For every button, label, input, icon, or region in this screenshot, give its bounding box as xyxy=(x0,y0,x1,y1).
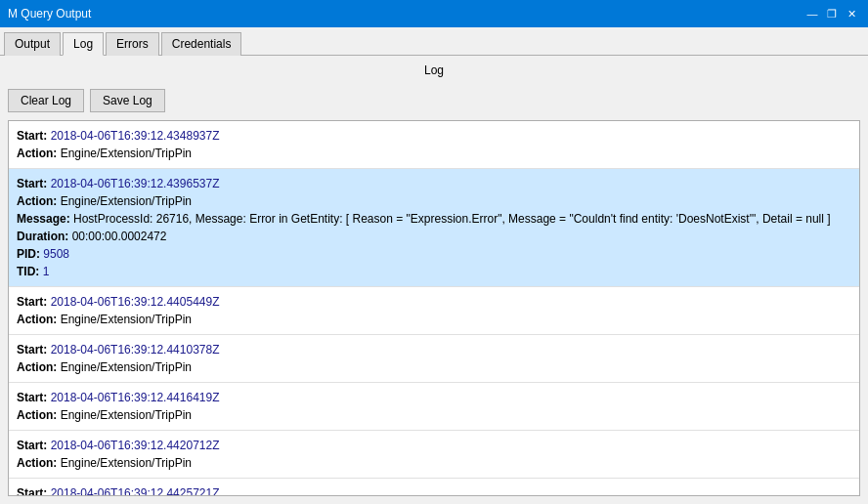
log-field: Action: Engine/Extension/TripPin xyxy=(17,145,851,162)
restore-button[interactable]: ❐ xyxy=(823,6,841,21)
log-field-label: Start: xyxy=(17,343,51,357)
log-field-value: Engine/Extension/TripPin xyxy=(61,408,192,422)
log-field-value: HostProcessId: 26716, Message: Error in … xyxy=(73,212,831,226)
log-field-label: Action: xyxy=(17,408,61,422)
log-entry[interactable]: Start: 2018-04-06T16:39:12.4396537ZActio… xyxy=(9,169,859,287)
log-field-label: Action: xyxy=(17,147,61,160)
log-entry[interactable]: Start: 2018-04-06T16:39:12.4348937ZActio… xyxy=(9,121,859,169)
log-entry[interactable]: Start: 2018-04-06T16:39:12.4420712ZActio… xyxy=(9,431,859,479)
log-field-label: Start: xyxy=(17,129,51,143)
log-field-label: TID: xyxy=(17,265,43,278)
window-controls: — ❐ ✕ xyxy=(803,6,860,21)
window-body: OutputLogErrorsCredentials Log Clear Log… xyxy=(0,27,868,504)
log-field: TID: 1 xyxy=(17,263,851,280)
log-field: Message: HostProcessId: 26716, Message: … xyxy=(17,210,851,228)
log-field: Action: Engine/Extension/TripPin xyxy=(17,192,851,210)
log-field-value: Engine/Extension/TripPin xyxy=(61,360,192,374)
tab-errors[interactable]: Errors xyxy=(106,32,159,56)
log-field: Start: 2018-04-06T16:39:12.4348937Z xyxy=(17,127,851,145)
log-field-value: Engine/Extension/TripPin xyxy=(61,194,192,208)
log-field-label: Message: xyxy=(17,212,73,226)
log-field: Start: 2018-04-06T16:39:12.4405449Z xyxy=(17,293,851,311)
log-field: Action: Engine/Extension/TripPin xyxy=(17,311,851,328)
log-section-title: Log xyxy=(0,56,868,85)
log-field-label: Start: xyxy=(17,295,51,309)
log-field-label: Action: xyxy=(17,313,61,326)
window-title: M Query Output xyxy=(8,7,91,21)
log-field: Action: Engine/Extension/TripPin xyxy=(17,358,851,376)
log-field: Start: 2018-04-06T16:39:12.4420712Z xyxy=(17,437,851,454)
log-field-label: Start: xyxy=(17,439,51,452)
log-field-value: 9508 xyxy=(43,247,69,261)
log-entry[interactable]: Start: 2018-04-06T16:39:12.4416419ZActio… xyxy=(9,383,859,431)
log-entry[interactable]: Start: 2018-04-06T16:39:12.4410378ZActio… xyxy=(9,335,859,383)
log-field: Start: 2018-04-06T16:39:12.4425721Z xyxy=(17,484,851,496)
title-bar: M Query Output — ❐ ✕ xyxy=(0,0,868,27)
tab-credentials[interactable]: Credentials xyxy=(161,32,242,56)
log-field-value: Engine/Extension/TripPin xyxy=(61,313,192,326)
clear-log-button[interactable]: Clear Log xyxy=(8,89,84,112)
log-field: Action: Engine/Extension/TripPin xyxy=(17,454,851,472)
log-entry[interactable]: Start: 2018-04-06T16:39:12.4425721ZActio… xyxy=(9,479,859,496)
log-field-value: 2018-04-06T16:39:12.4420712Z xyxy=(51,439,220,452)
log-field-label: Start: xyxy=(17,486,51,496)
tab-log[interactable]: Log xyxy=(63,32,104,56)
log-container[interactable]: Start: 2018-04-06T16:39:12.4348937ZActio… xyxy=(8,120,860,496)
log-field-value: Engine/Extension/TripPin xyxy=(61,456,192,470)
log-field: PID: 9508 xyxy=(17,245,851,263)
save-log-button[interactable]: Save Log xyxy=(90,89,165,112)
log-entry[interactable]: Start: 2018-04-06T16:39:12.4405449ZActio… xyxy=(9,287,859,335)
log-field-value: 2018-04-06T16:39:12.4405449Z xyxy=(51,295,220,309)
log-field: Start: 2018-04-06T16:39:12.4416419Z xyxy=(17,389,851,406)
log-field-label: Action: xyxy=(17,456,61,470)
tab-output[interactable]: Output xyxy=(4,32,61,56)
log-field-label: Action: xyxy=(17,360,61,374)
toolbar: Clear Log Save Log xyxy=(0,85,868,120)
log-field-label: Duration: xyxy=(17,230,72,243)
log-field-label: PID: xyxy=(17,247,43,261)
log-field-value: Engine/Extension/TripPin xyxy=(61,147,192,160)
log-field-value: 2018-04-06T16:39:12.4410378Z xyxy=(51,343,220,357)
log-field-value: 2018-04-06T16:39:12.4396537Z xyxy=(51,177,220,190)
log-field: Duration: 00:00:00.0002472 xyxy=(17,228,851,245)
close-button[interactable]: ✕ xyxy=(843,6,860,21)
tab-bar: OutputLogErrorsCredentials xyxy=(0,27,868,56)
content-area: Log Clear Log Save Log Start: 2018-04-06… xyxy=(0,56,868,504)
log-field: Action: Engine/Extension/TripPin xyxy=(17,406,851,424)
log-field: Start: 2018-04-06T16:39:12.4410378Z xyxy=(17,341,851,358)
log-field-value: 2018-04-06T16:39:12.4425721Z xyxy=(51,486,220,496)
log-field-label: Start: xyxy=(17,391,51,404)
log-field-value: 2018-04-06T16:39:12.4348937Z xyxy=(51,129,220,143)
log-field-value: 2018-04-06T16:39:12.4416419Z xyxy=(51,391,220,404)
log-field-value: 00:00:00.0002472 xyxy=(72,230,167,243)
log-field-value: 1 xyxy=(43,265,50,278)
log-field-label: Action: xyxy=(17,194,61,208)
log-field: Start: 2018-04-06T16:39:12.4396537Z xyxy=(17,175,851,192)
minimize-button[interactable]: — xyxy=(803,6,821,21)
log-field-label: Start: xyxy=(17,177,51,190)
